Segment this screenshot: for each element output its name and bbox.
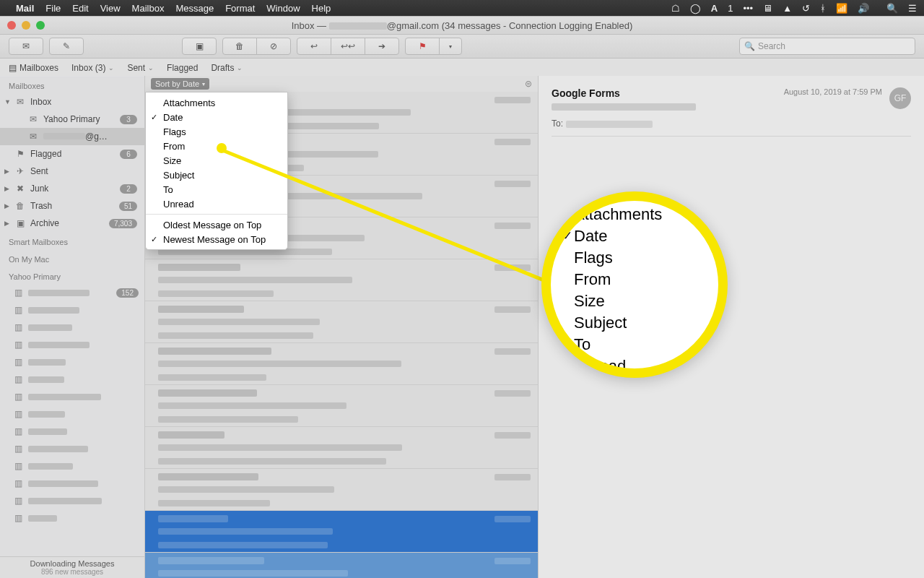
disclosure-icon[interactable]: ▶ xyxy=(4,220,9,227)
sort-by-button[interactable]: Sort by Date ▾ xyxy=(151,78,209,90)
sidebar-item-junk[interactable]: ▶ ✖︎ Junk 2 xyxy=(0,180,144,197)
sidebar-item-yahoo-primary[interactable]: ✉︎ Yahoo Primary 3 xyxy=(0,111,144,128)
sidebar-folder-item[interactable]: ▥ xyxy=(0,440,144,457)
sidebar-folder-item[interactable]: ▥ xyxy=(0,423,144,440)
flag-group: ⚑ ▾ xyxy=(405,38,462,55)
sort-order-item[interactable]: ✓Newest Message on Top xyxy=(146,232,287,246)
sidebar-folder-item[interactable]: ▥ xyxy=(0,353,144,371)
close-window[interactable] xyxy=(7,21,16,30)
favorites-mailboxes[interactable]: ▤Mailboxes xyxy=(9,63,58,73)
menu-file[interactable]: File xyxy=(45,3,61,14)
chevron-down-icon: ▾ xyxy=(202,81,205,87)
message-list: Sort by Date ▾ ⊜ Attachments✓DateFlagsFr… xyxy=(145,76,539,578)
disclosure-icon[interactable]: ▼ xyxy=(4,98,11,105)
junk-button[interactable]: ⊘ xyxy=(256,38,291,55)
sidebar-folder-item[interactable]: ▥ xyxy=(0,457,144,475)
message-row[interactable] xyxy=(145,553,538,578)
junk-icon: ⊘ xyxy=(270,41,277,51)
sidebar-item-inbox[interactable]: ▼ ✉︎ Inbox xyxy=(0,93,144,111)
wifi-icon[interactable]: 📶 xyxy=(836,3,847,14)
get-mail-button[interactable]: ✉︎ xyxy=(9,38,43,55)
message-row[interactable] xyxy=(145,511,538,553)
message-row[interactable] xyxy=(145,427,538,469)
message-row[interactable] xyxy=(145,469,538,511)
sidebar-folder-item[interactable]: ▥ xyxy=(0,388,144,405)
trash-icon: 🗑 xyxy=(14,201,26,211)
sidebar-item-sent[interactable]: ▶ ✈︎ Sent xyxy=(0,163,144,180)
delete-button[interactable]: 🗑 xyxy=(222,38,257,55)
sort-menu-item-to[interactable]: To xyxy=(146,182,287,197)
sidebar-folder-item[interactable]: ▥ xyxy=(0,475,144,492)
sidebar-folder-item[interactable]: ▥ xyxy=(0,319,144,336)
forward-button[interactable]: ➔ xyxy=(365,38,399,55)
spotlight-icon[interactable]: 🔍 xyxy=(886,3,898,14)
trash-icon: 🗑 xyxy=(235,41,244,51)
sort-menu-item-attachments[interactable]: Attachments xyxy=(146,95,287,110)
reply-all-icon: ↩︎↩︎ xyxy=(341,41,355,51)
favorites-flagged[interactable]: Flagged xyxy=(167,63,198,73)
disclosure-icon[interactable]: ▶ xyxy=(4,202,9,210)
menu-view[interactable]: View xyxy=(100,3,121,14)
flag-icon: ⚑ xyxy=(419,41,427,51)
timemachine-icon[interactable]: ↺ xyxy=(802,3,810,14)
sidebar-folder-item[interactable]: ▥152 xyxy=(0,284,144,301)
sidebar-item-gmail[interactable]: ✉︎ @g… xyxy=(0,128,144,145)
sidebar-folder-item[interactable]: ▥ xyxy=(0,301,144,319)
menu-edit[interactable]: Edit xyxy=(72,3,88,14)
list-settings-icon[interactable]: ⊜ xyxy=(525,79,532,89)
menu-format[interactable]: Format xyxy=(225,3,255,14)
disclosure-icon[interactable]: ▶ xyxy=(4,168,9,175)
app-menu[interactable]: Mail xyxy=(16,3,34,14)
sidebar-item-archive[interactable]: ▶ ▣ Archive 7,303 xyxy=(0,215,144,232)
minimize-window[interactable] xyxy=(22,21,30,30)
menu-message[interactable]: Message xyxy=(175,3,214,14)
sort-order-item[interactable]: Oldest Message on Top xyxy=(146,217,287,232)
sidebar-folder-item[interactable]: ▥ xyxy=(0,336,144,353)
notification-center-icon[interactable]: ☰ xyxy=(908,3,917,14)
reply-all-button[interactable]: ↩︎↩︎ xyxy=(331,38,365,55)
one-label[interactable]: 1 xyxy=(728,3,733,14)
flag-button[interactable]: ⚑ xyxy=(405,38,440,55)
window-title: Inbox — @gmail.com (34 messages - Connec… xyxy=(0,20,924,31)
menu-window[interactable]: Window xyxy=(266,3,300,14)
sidebar-folder-item[interactable]: ▥ xyxy=(0,371,144,388)
adobe-icon[interactable]: A xyxy=(711,3,718,14)
favorites-inbox[interactable]: Inbox (3)⌄ xyxy=(71,63,114,73)
sidebar-item-flagged[interactable]: ⚑ Flagged 6 xyxy=(0,145,144,163)
favorites-sent[interactable]: Sent⌄ xyxy=(127,63,154,73)
reply-button[interactable]: ↩︎ xyxy=(297,38,331,55)
sort-menu-item-flags[interactable]: Flags xyxy=(146,124,287,139)
menu-mailbox[interactable]: Mailbox xyxy=(132,3,165,14)
message-row[interactable] xyxy=(145,385,538,427)
message-row[interactable] xyxy=(145,301,538,343)
dropbox-icon[interactable]: ☖ xyxy=(671,3,680,14)
display-icon[interactable]: 🖥 xyxy=(763,3,772,14)
macos-menubar: Mail File Edit View Mailbox Message Form… xyxy=(0,0,924,16)
message-row[interactable] xyxy=(145,343,538,385)
disclosure-icon[interactable]: ▶ xyxy=(4,185,9,192)
creative-cloud-icon[interactable]: ◯ xyxy=(690,3,701,14)
more-icon[interactable]: ••• xyxy=(743,3,753,14)
bluetooth-icon[interactable]: ᚼ xyxy=(820,3,826,14)
count-badge: 7,303 xyxy=(109,219,137,228)
menu-help[interactable]: Help xyxy=(312,3,331,14)
flag-menu-button[interactable]: ▾ xyxy=(439,38,462,55)
delete-junk-group: 🗑 ⊘ xyxy=(222,38,291,55)
compose-button[interactable]: ✎ xyxy=(49,38,84,55)
search-input[interactable]: 🔍 Search xyxy=(739,38,915,55)
sidebar-folder-item[interactable]: ▥ xyxy=(0,509,144,527)
sort-menu-item-unread[interactable]: Unread xyxy=(146,197,287,211)
archive-button[interactable]: ▣ xyxy=(182,38,217,55)
sort-menu-item-date[interactable]: ✓Date xyxy=(146,110,287,124)
window-titlebar: Inbox — @gmail.com (34 messages - Connec… xyxy=(0,17,924,35)
sidebar-item-trash[interactable]: ▶ 🗑 Trash 51 xyxy=(0,197,144,215)
mail-window: Inbox — @gmail.com (34 messages - Connec… xyxy=(0,16,924,578)
sidebar-folder-item[interactable]: ▥ xyxy=(0,405,144,423)
favorites-drafts[interactable]: Drafts⌄ xyxy=(211,63,243,73)
zoom-window[interactable] xyxy=(36,21,45,30)
volume-icon[interactable]: 🔊 xyxy=(858,3,869,14)
count-badge: 152 xyxy=(116,288,139,298)
airplay-icon[interactable]: ▲ xyxy=(783,3,792,14)
sidebar-folder-item[interactable]: ▥ xyxy=(0,492,144,509)
message-row[interactable] xyxy=(145,259,538,301)
